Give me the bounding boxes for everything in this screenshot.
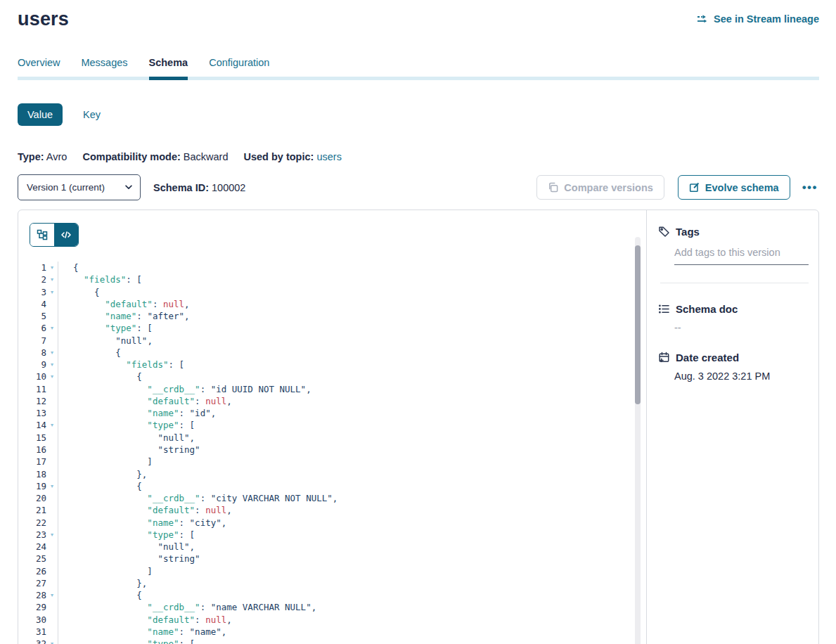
schema-sidebar: Tags Schema doc -- bbox=[646, 210, 818, 644]
line-number: 7 bbox=[18, 335, 46, 347]
code-text: "type": [ bbox=[58, 419, 195, 431]
fold-toggle-icon[interactable]: ▾ bbox=[46, 286, 58, 298]
used-by-topic: Used by topic: users bbox=[243, 151, 341, 162]
code-line: 25 "string" bbox=[18, 553, 646, 565]
code-text: "name": "name", bbox=[58, 626, 226, 638]
fold-gutter bbox=[46, 383, 58, 395]
code-line: 13 "name": "id", bbox=[18, 407, 646, 419]
editor-scrollbar-thumb[interactable] bbox=[635, 245, 641, 404]
tab-schema[interactable]: Schema bbox=[149, 57, 188, 80]
fold-toggle-icon[interactable]: ▾ bbox=[46, 347, 58, 359]
code-text: "null", bbox=[58, 335, 153, 347]
schema-meta-row: Type: Avro Compatibility mode: Backward … bbox=[18, 151, 819, 162]
code-text: { bbox=[58, 480, 142, 492]
line-number: 22 bbox=[18, 517, 46, 529]
page-title: users bbox=[18, 8, 69, 30]
compatibility-mode: Compatibility mode: Backward bbox=[82, 151, 228, 162]
code-text: "fields": [ bbox=[58, 359, 184, 371]
code-text: "default": null, bbox=[58, 395, 232, 407]
line-number: 3 bbox=[18, 286, 46, 298]
code-text: { bbox=[58, 589, 142, 601]
line-number: 16 bbox=[18, 444, 46, 456]
code-line: 7 "null", bbox=[18, 335, 646, 347]
code-text: { bbox=[58, 347, 121, 359]
line-number: 30 bbox=[18, 614, 46, 626]
line-number: 11 bbox=[18, 383, 46, 395]
fold-toggle-icon[interactable]: ▾ bbox=[46, 589, 58, 601]
more-actions-button[interactable]: ••• bbox=[801, 178, 819, 198]
line-number: 23 bbox=[18, 529, 46, 541]
code-line: 19▾ { bbox=[18, 480, 646, 492]
schema-page: users See in Stream lineage Overview Mes… bbox=[0, 0, 836, 644]
date-created-value: Aug. 3 2022 3:21 PM bbox=[674, 371, 809, 382]
value-key-toggle: Value Key bbox=[18, 103, 819, 126]
tabs-underline bbox=[18, 77, 819, 80]
topic-link[interactable]: users bbox=[316, 151, 341, 162]
editor-scrollbar-track[interactable] bbox=[635, 237, 641, 644]
code-line: 31 "name": "name", bbox=[18, 626, 646, 638]
code-lines[interactable]: 1▾{2▾ "fields": [3▾ {4 "default": null,5… bbox=[18, 262, 646, 644]
code-line: 15 "null", bbox=[18, 432, 646, 444]
fold-toggle-icon[interactable]: ▾ bbox=[46, 371, 58, 382]
line-number: 18 bbox=[18, 468, 46, 480]
line-number: 27 bbox=[18, 577, 46, 589]
schema-doc-heading: Schema doc bbox=[647, 303, 818, 315]
tags-heading: Tags bbox=[647, 226, 818, 238]
line-number: 12 bbox=[18, 395, 46, 407]
fold-gutter bbox=[46, 335, 58, 347]
fold-toggle-icon[interactable]: ▾ bbox=[46, 419, 58, 431]
version-select[interactable]: Version 1 (current) bbox=[18, 174, 141, 200]
line-number: 10 bbox=[18, 371, 46, 382]
code-line: 14▾ "type": [ bbox=[18, 419, 646, 431]
line-number: 14 bbox=[18, 419, 46, 431]
fold-gutter bbox=[46, 298, 58, 310]
fold-toggle-icon[interactable]: ▾ bbox=[46, 480, 58, 492]
code-line: 23▾ "type": [ bbox=[18, 529, 646, 541]
code-text: ] bbox=[58, 565, 153, 577]
fold-gutter bbox=[46, 432, 58, 444]
code-line: 5 "name": "after", bbox=[18, 310, 646, 322]
fold-toggle-icon[interactable]: ▾ bbox=[46, 359, 58, 371]
edit-icon bbox=[689, 182, 700, 193]
code-text: "name": "id", bbox=[58, 407, 216, 419]
fold-toggle-icon[interactable]: ▾ bbox=[46, 638, 58, 644]
code-text: "__crdb__": "name VARCHAR NULL", bbox=[58, 601, 316, 613]
fold-gutter bbox=[46, 614, 58, 626]
tree-view-icon[interactable] bbox=[30, 224, 54, 246]
tag-icon bbox=[658, 226, 670, 238]
add-tags-input[interactable] bbox=[674, 247, 809, 265]
code-line: 17 ] bbox=[18, 456, 646, 468]
fold-toggle-icon[interactable]: ▾ bbox=[46, 262, 58, 273]
editor-view-toggle bbox=[30, 223, 79, 247]
code-line: 12 "default": null, bbox=[18, 395, 646, 407]
fold-gutter bbox=[46, 407, 58, 419]
line-number: 24 bbox=[18, 541, 46, 553]
code-text: "__crdb__": "city VARCHAR NOT NULL", bbox=[58, 492, 337, 504]
fold-gutter bbox=[46, 492, 58, 504]
line-number: 13 bbox=[18, 407, 46, 419]
value-toggle-button[interactable]: Value bbox=[18, 103, 63, 126]
code-text: { bbox=[58, 371, 142, 382]
line-number: 20 bbox=[18, 492, 46, 504]
fold-gutter bbox=[46, 541, 58, 553]
code-text: { bbox=[58, 286, 100, 298]
line-number: 4 bbox=[18, 298, 46, 310]
see-in-stream-lineage-link[interactable]: See in Stream lineage bbox=[697, 13, 819, 25]
code-text: "default": null, bbox=[58, 614, 232, 626]
fold-gutter bbox=[46, 626, 58, 638]
fold-toggle-icon[interactable]: ▾ bbox=[46, 273, 58, 285]
fold-toggle-icon[interactable]: ▾ bbox=[46, 322, 58, 334]
code-line: 28▾ { bbox=[18, 589, 646, 601]
fold-gutter bbox=[46, 553, 58, 565]
compare-versions-button[interactable]: Compare versions bbox=[536, 175, 664, 200]
fold-gutter bbox=[46, 601, 58, 613]
fold-toggle-icon[interactable]: ▾ bbox=[46, 529, 58, 541]
key-toggle-link[interactable]: Key bbox=[83, 109, 101, 120]
code-text: "name": "city", bbox=[58, 517, 226, 529]
evolve-schema-button[interactable]: Evolve schema bbox=[678, 175, 790, 200]
schema-editor[interactable]: 1▾{2▾ "fields": [3▾ {4 "default": null,5… bbox=[18, 210, 646, 644]
code-view-icon[interactable] bbox=[54, 224, 78, 246]
line-number: 2 bbox=[18, 273, 46, 285]
code-text: "null", bbox=[58, 541, 195, 553]
fold-gutter bbox=[46, 565, 58, 577]
